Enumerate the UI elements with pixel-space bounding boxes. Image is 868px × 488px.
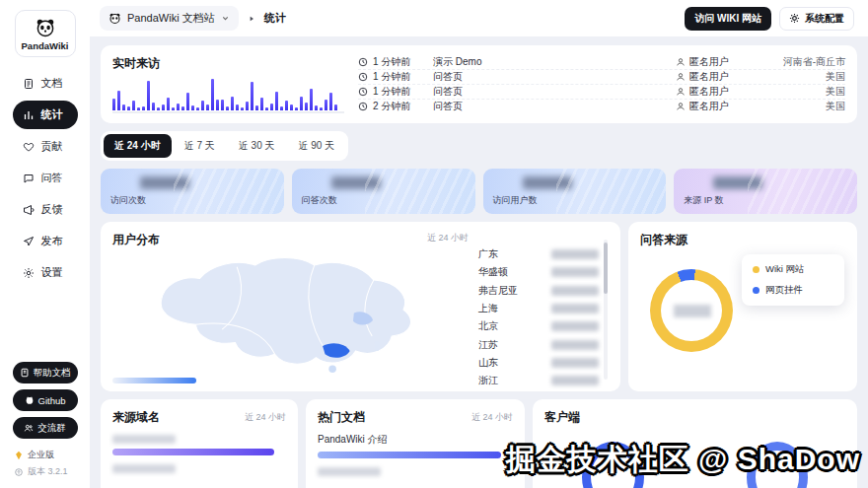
app-logo[interactable]: PandaWiki (15, 10, 76, 57)
time-filter-tab[interactable]: 近 30 天 (228, 134, 286, 158)
visit-bar (142, 106, 145, 110)
visit-wiki-button[interactable]: 访问 WIKI 网站 (685, 7, 771, 31)
user-distribution-title: 用户分布 (112, 232, 160, 248)
stat-label: 访问用户数 (493, 194, 657, 207)
legend-item: Wiki 网站 (753, 263, 833, 276)
bottom-row: 来源域名 近 24 小时 热门文档 近 24 小时 PandaWiki 介绍 (101, 399, 857, 488)
visit-entry-row: 1 分钟前 问答页 匿名用户 美国 (358, 85, 845, 100)
hot-docs-title: 热门文档 (318, 409, 365, 426)
visit-time-cell: 2 分钟前 (358, 100, 427, 113)
panda-logo-icon (35, 17, 56, 38)
visit-bar (246, 102, 249, 110)
visit-bar (255, 105, 258, 110)
clock-icon (358, 102, 368, 111)
sidebar-item[interactable]: 统计 (13, 101, 78, 129)
clock-icon (358, 57, 368, 67)
help-icon (20, 368, 30, 378)
user-icon (676, 72, 686, 82)
scrollbar-thumb[interactable] (604, 243, 608, 294)
blurred-doc-name (318, 467, 381, 476)
visit-bar (334, 105, 337, 110)
group-icon (24, 423, 34, 433)
sidebar-item[interactable]: 反馈 (13, 195, 78, 224)
visit-bar (216, 100, 219, 110)
time-filter-tab[interactable]: 近 90 天 (288, 134, 346, 158)
region-name: 浙江 (478, 374, 498, 387)
visit-time: 1 分钟前 (373, 70, 410, 84)
stat-label: 来源 IP 数 (684, 194, 847, 207)
current-page-title: 统计 (264, 11, 286, 26)
sidebar-item-label: 反馈 (41, 202, 63, 217)
region-name: 北京 (478, 319, 498, 333)
domain-progress-bar (112, 449, 274, 455)
visit-bar (280, 106, 283, 110)
visit-time: 1 分钟前 (373, 85, 410, 99)
sidebar-link[interactable]: Github (13, 389, 78, 411)
blurred-region-value (551, 304, 599, 314)
visit-user: 匿名用户 (689, 70, 729, 84)
visit-location: 美国 (735, 100, 845, 113)
realtime-chart-section: 实时来访 (112, 55, 344, 113)
time-filter-tab[interactable]: 近 7 天 (174, 134, 226, 158)
sidebar-item[interactable]: 发布 (13, 227, 78, 255)
stats-icon (23, 109, 35, 121)
sidebar-item[interactable]: 问答 (13, 164, 78, 192)
stat-label: 访问次数 (110, 194, 274, 207)
legend-item: 网页挂件 (753, 284, 833, 297)
hot-doc-item[interactable]: PandaWiki 介绍 (318, 433, 513, 447)
visit-bar (320, 107, 323, 110)
qa-icon (23, 173, 35, 184)
client-donut-chart (747, 442, 809, 488)
panda-mini-icon (108, 12, 121, 25)
diamond-icon (14, 451, 24, 460)
system-config-button[interactable]: 系统配置 (779, 7, 854, 31)
region-row: 江苏 (478, 335, 599, 353)
visit-bar (275, 92, 278, 110)
visit-time-cell: 1 分钟前 (358, 70, 427, 84)
sidebar-item[interactable]: 贡献 (13, 132, 78, 161)
visit-time: 2 分钟前 (373, 100, 410, 113)
visit-bar (329, 93, 332, 110)
user-icon (676, 57, 686, 67)
source-domains-title: 来源域名 (112, 409, 160, 426)
header-actions: 访问 WIKI 网站 系统配置 (685, 7, 854, 31)
visit-bar (241, 107, 244, 110)
visit-bar (122, 105, 125, 110)
visit-bar (157, 107, 160, 110)
header: PandaWiki 文档站 统计 访问 WIKI 网站 系统配置 (90, 0, 868, 36)
user-distribution-card: 用户分布 近 24 小时 (101, 222, 620, 391)
region-list: 广东 华盛顿 弗吉尼亚 (478, 245, 599, 389)
visit-bar (295, 107, 298, 110)
visit-bar (265, 107, 268, 110)
blurred-region-value (551, 340, 599, 350)
china-map (112, 250, 469, 376)
stat-card: 来源 IP 数 (674, 169, 857, 214)
sidebar-item[interactable]: 设置 (13, 258, 78, 287)
upgrade-icon (14, 467, 24, 477)
region-name: 华盛顿 (478, 265, 508, 279)
visit-bar (260, 98, 263, 110)
region-list-scrollbar[interactable] (604, 240, 608, 380)
sidebar-item[interactable]: 文档 (13, 69, 78, 98)
sidebar-link-label: 交流群 (37, 422, 66, 435)
distribution-map-section: 用户分布 近 24 小时 (112, 232, 469, 383)
legend-dot (753, 287, 760, 294)
site-selector[interactable]: PandaWiki 文档站 (100, 6, 239, 31)
visit-user: 匿名用户 (689, 85, 729, 99)
region-row: 广东 (478, 245, 599, 263)
sidebar-link-label: Github (38, 395, 66, 406)
blurred-domain-name (112, 435, 176, 444)
visit-bar (251, 82, 253, 110)
sidebar-link[interactable]: 帮助文档 (13, 362, 78, 383)
visit-bar (172, 107, 175, 110)
dashboard-content: 实时来访 1 分钟前 演示 Demo (90, 36, 868, 488)
map-gradient-legend (112, 378, 196, 383)
visit-page: 演示 Demo (433, 55, 591, 69)
visit-time-cell: 1 分钟前 (358, 55, 427, 69)
visit-user-cell: 匿名用户 (676, 85, 729, 99)
visit-user-cell: 匿名用户 (676, 55, 729, 69)
time-filter-tab[interactable]: 近 24 小时 (104, 134, 172, 158)
triangle-right-icon (248, 15, 255, 23)
sidebar-link[interactable]: 交流群 (13, 417, 78, 439)
visit-bar (300, 97, 303, 110)
